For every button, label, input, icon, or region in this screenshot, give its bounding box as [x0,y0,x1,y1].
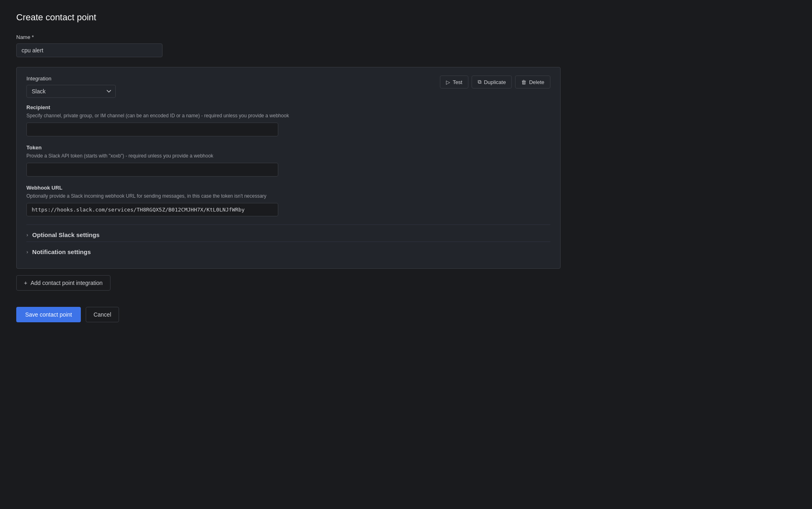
token-input[interactable] [26,163,278,177]
webhook-field: Webhook URL Optionally provide a Slack i… [26,185,550,216]
integration-select[interactable]: Slack Email PagerDuty OpsGenie VictorOps… [26,85,116,98]
duplicate-icon: ⧉ [478,79,481,85]
add-icon: + [24,280,27,286]
recipient-field: Recipient Specify channel, private group… [26,104,550,136]
notification-settings-section[interactable]: › Notification settings [26,242,550,259]
cancel-button[interactable]: Cancel [86,307,119,322]
bottom-actions: Save contact point Cancel [16,307,796,322]
optional-slack-header[interactable]: › Optional Slack settings [26,231,550,238]
action-buttons: ▷ Test ⧉ Duplicate 🗑 Delete [440,75,550,88]
test-button[interactable]: ▷ Test [440,75,468,88]
page-title: Create contact point [16,12,796,23]
webhook-desc: Optionally provide a Slack incoming webh… [26,192,550,200]
duplicate-button[interactable]: ⧉ Duplicate [472,75,512,88]
optional-slack-section[interactable]: › Optional Slack settings [26,224,550,242]
integration-header: Integration Slack Email PagerDuty OpsGen… [26,75,550,98]
save-button[interactable]: Save contact point [16,307,81,322]
name-section: Name * [16,34,796,57]
test-icon: ▷ [446,79,450,85]
token-label: Token [26,145,550,151]
notification-settings-chevron-icon: › [26,249,28,255]
integration-card: Integration Slack Email PagerDuty OpsGen… [16,67,561,269]
token-desc: Provide a Slack API token (starts with "… [26,152,550,160]
integration-left: Integration Slack Email PagerDuty OpsGen… [26,75,116,98]
delete-button[interactable]: 🗑 Delete [515,75,550,88]
delete-icon: 🗑 [521,79,526,85]
recipient-input[interactable] [26,123,278,136]
notification-settings-header[interactable]: › Notification settings [26,248,550,255]
optional-slack-chevron-icon: › [26,232,28,238]
name-label: Name * [16,34,796,40]
integration-label: Integration [26,75,116,82]
add-integration-button[interactable]: + Add contact point integration [16,275,110,291]
webhook-label: Webhook URL [26,185,550,191]
recipient-label: Recipient [26,104,550,110]
name-input[interactable] [16,43,162,57]
recipient-desc: Specify channel, private group, or IM ch… [26,112,550,119]
notification-settings-title: Notification settings [32,248,91,255]
optional-slack-title: Optional Slack settings [32,231,100,238]
webhook-input[interactable] [26,203,278,216]
token-field: Token Provide a Slack API token (starts … [26,145,550,177]
